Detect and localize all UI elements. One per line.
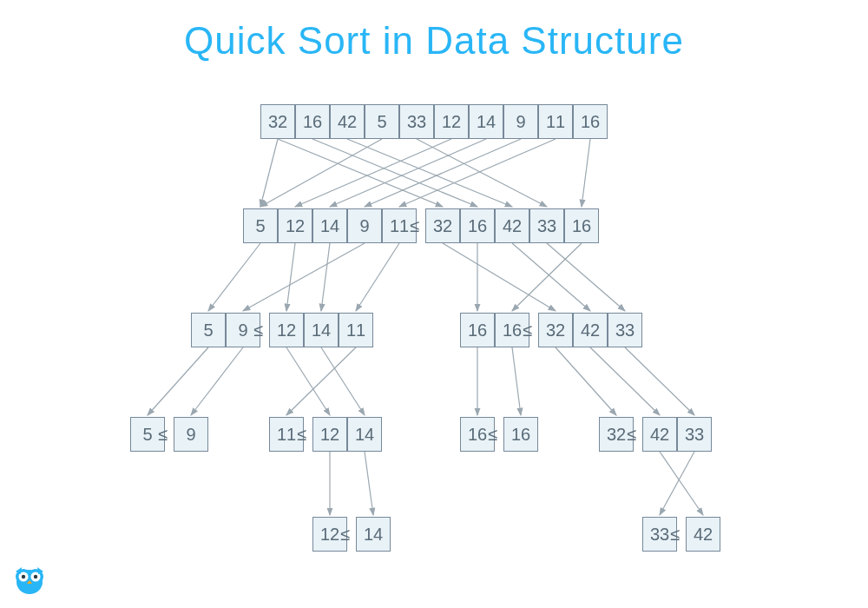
array-cell: 33: [608, 313, 642, 347]
array-cell: 12: [269, 313, 304, 347]
array-cell: 12: [278, 208, 312, 243]
operator-le: ≤: [253, 321, 263, 340]
partition-arrow: [208, 243, 260, 311]
partition-arrow: [148, 347, 208, 415]
array-cell: 16: [460, 313, 495, 347]
array-cell: 16: [460, 208, 495, 243]
partition-arrow: [356, 243, 399, 311]
partition-arrow: [660, 452, 694, 515]
array-cell: 16: [295, 104, 330, 139]
array-cell: 11: [339, 313, 373, 347]
partition-arrow: [512, 243, 590, 311]
partition-arrow: [417, 139, 547, 207]
partition-arrow: [582, 139, 590, 207]
operator-le: ≤: [627, 425, 636, 445]
partition-arrow: [399, 139, 556, 207]
array-cell: 16: [503, 417, 538, 452]
partition-arrow: [321, 347, 365, 415]
array-cell: 32: [425, 208, 460, 243]
partition-arrow: [243, 243, 365, 311]
svg-point-5: [22, 575, 25, 578]
array-cell: 42: [686, 517, 720, 552]
page-title: Quick Sort in Data Structure: [0, 19, 868, 63]
array-cell: 5: [243, 208, 278, 243]
array-cell: 12: [312, 417, 347, 452]
partition-arrow: [347, 139, 512, 207]
array-cell: 14: [304, 313, 339, 347]
partition-arrow: [312, 139, 477, 207]
array-cell: 32: [538, 313, 573, 347]
partition-arrow: [512, 243, 582, 311]
array-cell: 14: [356, 517, 391, 552]
array-cell: 33: [677, 417, 712, 452]
partition-arrow: [443, 243, 556, 311]
partition-arrow: [330, 139, 486, 207]
array-cell: 32: [260, 104, 295, 139]
array-cell: 42: [642, 417, 677, 452]
array-cell: 9: [174, 417, 208, 452]
array-cell: 9: [503, 104, 538, 139]
array-cell: 5: [191, 313, 226, 347]
array-cell: 16: [573, 104, 608, 139]
array-cell: 14: [312, 208, 347, 243]
partition-arrow: [321, 243, 330, 311]
operator-le: ≤: [488, 425, 497, 445]
partition-arrow: [295, 139, 451, 207]
partition-arrow: [286, 347, 356, 415]
array-cell: 9: [347, 208, 382, 243]
array-cell: 14: [469, 104, 503, 139]
operator-le: ≤: [340, 525, 350, 545]
operator-le: ≤: [670, 525, 680, 545]
partition-arrow: [556, 347, 616, 415]
array-cell: 16: [564, 208, 599, 243]
array-cell: 42: [495, 208, 529, 243]
partition-arrow: [590, 347, 660, 415]
array-cell: 33: [529, 208, 564, 243]
array-cell: 33: [399, 104, 434, 139]
array-cell: 42: [573, 313, 608, 347]
partition-arrow: [260, 139, 278, 207]
operator-le: ≤: [410, 216, 419, 236]
partition-arrow: [286, 347, 330, 415]
arrow-layer: [0, 0, 868, 608]
partition-arrow: [365, 452, 373, 515]
array-cell: 14: [347, 417, 382, 452]
operator-le: ≤: [158, 425, 168, 445]
partition-arrow: [365, 139, 521, 207]
partition-arrow: [625, 347, 694, 415]
array-cell: 42: [330, 104, 365, 139]
partition-arrow: [278, 139, 443, 207]
array-cell: 11: [538, 104, 573, 139]
partition-arrow: [286, 243, 295, 311]
partition-arrow: [191, 347, 243, 415]
array-cell: 5: [365, 104, 399, 139]
array-cell: 12: [434, 104, 469, 139]
partition-arrow: [260, 139, 382, 207]
operator-le: ≤: [297, 425, 306, 445]
owl-logo: [10, 559, 49, 598]
operator-le: ≤: [523, 321, 532, 340]
partition-arrow: [660, 452, 703, 515]
partition-arrow: [512, 347, 521, 415]
partition-arrow: [547, 243, 625, 311]
svg-point-6: [34, 575, 37, 578]
